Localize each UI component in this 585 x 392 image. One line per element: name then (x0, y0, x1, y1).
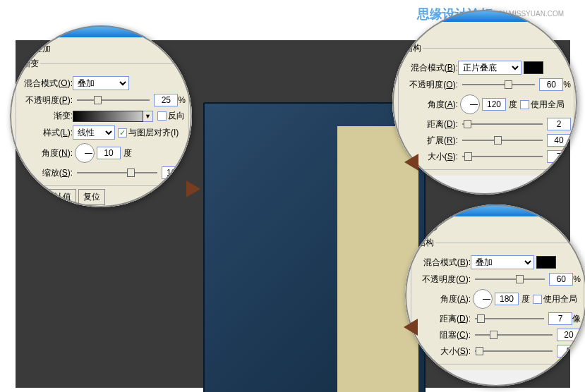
size-slider[interactable] (474, 345, 554, 357)
global-light-checkbox[interactable] (533, 295, 542, 304)
opacity-input[interactable] (549, 273, 573, 286)
size-slider[interactable] (461, 151, 544, 162)
opacity-slider[interactable] (474, 274, 546, 285)
angle-label: 角度(N): (20, 147, 73, 159)
angle-dial[interactable] (473, 289, 493, 309)
blend-mode-label: 混合模式(B): (403, 62, 458, 74)
magnifier-inner-shadow: 内阴影 结构 混合模式(B): 叠加 不透明度(O): % 角度(A): 度 使… (405, 204, 585, 386)
opacity-slider[interactable] (76, 94, 151, 106)
dialog-titlebar (10, 25, 192, 37)
gradient-fieldset: 渐变 混合模式(O): 叠加 不透明度(P): % 渐变: ▼ 反向 样式(L)… (16, 58, 189, 186)
choke-label: 阻塞(C): (416, 329, 471, 341)
angle-dial[interactable] (75, 143, 95, 163)
angle-label: 角度(A): (416, 293, 471, 305)
opacity-label: 不透明度(P): (20, 94, 73, 106)
blend-mode-select[interactable]: 叠加 (73, 76, 129, 90)
opacity-label: 不透明度(O): (416, 274, 471, 286)
book-cover (203, 102, 426, 392)
magnifier-drop-shadow: 投影 结构 混合模式(B): 正片叠底 不透明度(O): % 角度(A): 度 … (392, 10, 577, 195)
choke-input[interactable] (557, 329, 581, 341)
chevron-down-icon[interactable]: ▼ (143, 111, 153, 122)
opacity-slider[interactable] (461, 79, 536, 90)
distance-slider[interactable] (474, 313, 545, 324)
gradient-preview[interactable] (73, 111, 143, 122)
distance-slider[interactable] (461, 118, 544, 130)
callout-arrow-icon (186, 180, 200, 197)
angle-input[interactable] (482, 98, 506, 111)
distance-label: 距离(D): (416, 313, 471, 325)
angle-input[interactable] (495, 293, 519, 305)
gradient-label: 渐变: (20, 110, 73, 122)
reverse-checkbox[interactable] (157, 111, 167, 121)
align-checkbox[interactable] (118, 128, 127, 137)
callout-arrow-icon (404, 154, 418, 171)
angle-input[interactable] (97, 147, 121, 159)
reset-button[interactable]: 复位 (78, 189, 105, 205)
blend-mode-label: 混合模式(O): (20, 78, 73, 90)
global-light-checkbox[interactable] (520, 100, 529, 109)
spread-slider[interactable] (461, 135, 544, 146)
magnifier-gradient-overlay: 渐变叠加 渐变 混合模式(O): 叠加 不透明度(P): % 渐变: ▼ 反向 (10, 25, 192, 207)
distance-input[interactable] (548, 312, 572, 325)
blend-mode-select[interactable]: 正片叠底 (458, 61, 521, 75)
opacity-input[interactable] (539, 78, 563, 91)
distance-input[interactable] (547, 118, 571, 130)
blend-mode-label: 混合模式(B): (416, 257, 471, 269)
blend-mode-select[interactable]: 叠加 (471, 255, 534, 269)
spread-label: 扩展(R): (403, 135, 458, 147)
callout-arrow-icon (404, 319, 418, 336)
structure-fieldset: 结构 混合模式(B): 正片叠底 不透明度(O): % 角度(A): 度 使用全… (398, 42, 574, 170)
style-label: 样式(L): (20, 127, 73, 139)
color-swatch[interactable] (524, 61, 543, 74)
angle-dial[interactable] (460, 94, 480, 114)
choke-slider[interactable] (474, 329, 554, 341)
opacity-input[interactable] (154, 94, 178, 106)
scale-slider[interactable] (76, 167, 159, 178)
distance-label: 距离(D): (403, 118, 458, 130)
opacity-label: 不透明度(O): (403, 79, 458, 91)
structure-fieldset: 结构 混合模式(B): 叠加 不透明度(O): % 角度(A): 度 使用全局 (411, 237, 584, 365)
color-swatch[interactable] (536, 256, 556, 269)
angle-label: 角度(A): (403, 99, 458, 111)
panel-title: 投影 (399, 27, 574, 39)
style-select[interactable]: 线性 (73, 125, 115, 140)
